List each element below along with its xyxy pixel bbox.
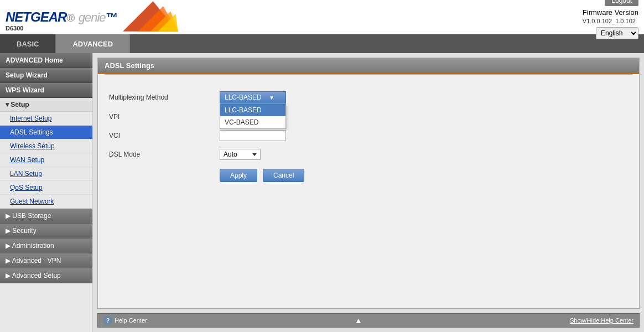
firmware-info: Firmware Version V1.0.0.102_1.0.102 — [583, 8, 638, 25]
tab-advanced[interactable]: ADVANCED — [56, 34, 130, 53]
multiplexing-options: LLC-BASED VC-BASED — [220, 103, 286, 129]
logo-triangle — [123, 1, 178, 33]
vci-input[interactable] — [220, 130, 286, 141]
logo-area: NETGEAR® genie™ D6300 — [0, 0, 178, 34]
main-layout: ADVANCED Home Setup Wizard WPS Wizard ▾ … — [0, 53, 644, 332]
sidebar-group-setup[interactable]: ▾ Setup — [0, 98, 92, 112]
option-vc-based[interactable]: VC-BASED — [220, 116, 285, 128]
sidebar-item-guest-network[interactable]: Guest Network — [0, 195, 92, 209]
sidebar-item-qos-setup[interactable]: QoS Setup — [0, 181, 92, 195]
logo-brand: NETGEAR® genie™ — [0, 9, 117, 25]
sidebar-item-wps-wizard[interactable]: WPS Wizard — [0, 83, 92, 98]
sidebar-item-lan-setup[interactable]: LAN Setup — [0, 167, 92, 181]
dropdown-arrow-icon: ▼ — [269, 95, 274, 101]
sidebar-item-advanced-vpn[interactable]: ▶ Advanced - VPN — [0, 253, 92, 268]
page-title: ADSL Settings — [98, 58, 639, 74]
help-center-left: ? Help Center — [103, 316, 147, 325]
vpi-label: VPI — [109, 113, 220, 121]
multiplexing-row: Multiplexing Method LLC-BASED ▼ LLC-BASE… — [109, 91, 628, 103]
tab-basic[interactable]: BASIC — [0, 34, 56, 53]
footer: ? Help Center ▲ Show/Hide Help Center — [97, 313, 640, 328]
language-select[interactable]: English Français Deutsch Español — [596, 27, 638, 39]
logo-genie: genie — [79, 11, 106, 24]
nav-tabs: BASIC ADVANCED — [0, 34, 644, 53]
content: ADSL Settings Multiplexing Method LLC-BA… — [93, 53, 644, 332]
sidebar-item-wan-setup[interactable]: WAN Setup — [0, 153, 92, 167]
vpi-row: VPI — [109, 111, 628, 122]
header-right: Logout Firmware Version V1.0.0.102_1.0.1… — [583, 0, 638, 39]
dsl-mode-label: DSL Mode — [109, 151, 220, 158]
content-panel: ADSL Settings Multiplexing Method LLC-BA… — [97, 58, 640, 309]
cancel-button[interactable]: Cancel — [263, 169, 304, 182]
dsl-mode-row: DSL Mode Auto ADSL2+ ADSL2 ADSL — [109, 149, 628, 160]
footer-center: ▲ — [355, 316, 362, 325]
help-center-label: Help Center — [115, 317, 147, 324]
sidebar-item-internet-setup[interactable]: Internet Setup — [0, 112, 92, 126]
vci-label: VCI — [109, 132, 220, 139]
logout-button[interactable]: Logout — [605, 0, 638, 6]
sidebar-item-security[interactable]: ▶ Security — [0, 224, 92, 238]
header: NETGEAR® genie™ D6300 Logout Firmware Ve… — [0, 0, 644, 34]
option-llc-based[interactable]: LLC-BASED — [220, 104, 285, 116]
apply-button[interactable]: Apply — [220, 169, 257, 182]
multiplexing-dropdown-container: LLC-BASED ▼ LLC-BASED VC-BASED — [220, 91, 286, 103]
multiplexing-select[interactable]: LLC-BASED ▼ — [220, 91, 286, 103]
sidebar-item-setup-wizard[interactable]: Setup Wizard — [0, 68, 92, 83]
sidebar-item-administration[interactable]: ▶ Administration — [0, 238, 92, 253]
model-label: D6300 — [6, 25, 23, 32]
show-hide-help-link[interactable]: Show/Hide Help Center — [570, 317, 633, 324]
sidebar-item-wireless-setup[interactable]: Wireless Setup — [0, 139, 92, 153]
sidebar: ADVANCED Home Setup Wizard WPS Wizard ▾ … — [0, 53, 93, 332]
multiplexing-value: LLC-BASED — [225, 94, 262, 101]
help-icon: ? — [103, 316, 112, 325]
form-buttons: Apply Cancel — [109, 169, 628, 182]
sidebar-item-advanced-setup[interactable]: ▶ Advanced Setup — [0, 268, 92, 283]
sidebar-item-adsl-settings[interactable]: ADSL Settings — [0, 126, 92, 139]
sidebar-item-advanced-home[interactable]: ADVANCED Home — [0, 53, 92, 68]
multiplexing-label: Multiplexing Method — [109, 94, 220, 101]
vci-row: VCI — [109, 130, 628, 141]
dsl-mode-select[interactable]: Auto ADSL2+ ADSL2 ADSL — [220, 149, 261, 160]
sidebar-item-usb-storage[interactable]: ▶ USB Storage — [0, 209, 92, 224]
adsl-settings-form: Multiplexing Method LLC-BASED ▼ LLC-BASE… — [98, 80, 639, 193]
